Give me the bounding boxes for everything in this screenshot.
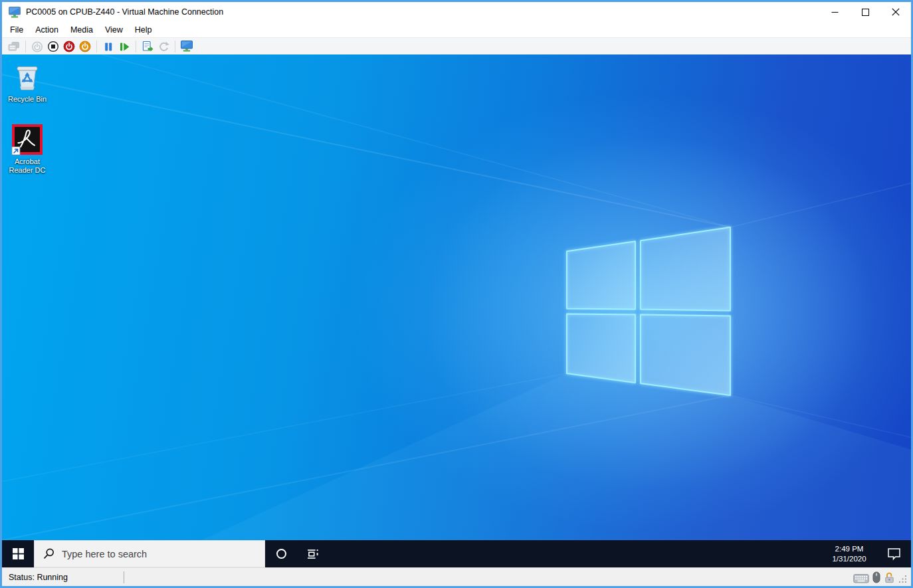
pause-button[interactable] [100, 39, 116, 54]
search-input[interactable] [62, 549, 248, 559]
virtual-machine-icon [8, 5, 21, 19]
start-menu-button[interactable] [2, 540, 34, 567]
minimize-icon [831, 9, 839, 16]
revert-button[interactable] [155, 39, 171, 54]
revert-icon [157, 41, 169, 52]
recycle-bin-icon [11, 61, 43, 93]
taskbar-empty-area [329, 540, 822, 567]
reset-icon [118, 41, 130, 52]
menu-help[interactable]: Help [129, 23, 158, 37]
checkpoint-button[interactable] [140, 39, 155, 54]
toolbar-separator [96, 41, 97, 52]
maximize-icon [862, 9, 869, 16]
desktop-icon-acrobat-reader[interactable]: Acrobat Reader DC [5, 124, 49, 175]
save-state-button[interactable] [77, 39, 93, 54]
ctrl-alt-delete-button[interactable] [6, 39, 22, 54]
desktop-icon-label: Recycle Bin [8, 95, 47, 104]
turn-off-button[interactable] [45, 39, 61, 54]
title-bar[interactable]: PC0005 on CPUB-Z440 - Virtual Machine Co… [2, 2, 911, 22]
search-icon [43, 548, 54, 559]
clock-time: 2:49 PM [835, 544, 864, 554]
desktop: Recycle Bin Acrobat Reader DC [2, 54, 911, 540]
status-bar-separator [124, 571, 124, 583]
taskbar-search[interactable] [34, 540, 265, 567]
pause-icon [102, 41, 114, 52]
shut-down-icon [63, 41, 75, 52]
minimize-button[interactable] [819, 2, 850, 22]
toolbar-separator [136, 41, 136, 52]
window-controls [819, 2, 911, 22]
cortana-icon [276, 549, 286, 559]
shut-down-button[interactable] [61, 39, 77, 54]
maximize-button[interactable] [850, 2, 880, 22]
start-icon [31, 41, 43, 52]
resize-grip[interactable] [898, 575, 907, 583]
menu-bar: File Action Media View Help [2, 22, 911, 37]
reset-button[interactable] [116, 39, 132, 54]
keyboard-indicator-icon [853, 573, 869, 583]
menu-media[interactable]: Media [64, 23, 99, 37]
enhanced-session-icon [180, 40, 193, 52]
window-title: PC0005 on CPUB-Z440 - Virtual Machine Co… [26, 7, 223, 17]
task-view-icon [307, 549, 319, 559]
mouse-indicator-icon [872, 571, 880, 583]
windows-start-icon [13, 548, 24, 559]
toolbar-separator [175, 41, 175, 52]
vm-connection-window: PC0005 on CPUB-Z440 - Virtual Machine Co… [0, 0, 913, 588]
taskbar: 2:49 PM 1/31/2020 [2, 540, 911, 567]
action-center-icon [886, 547, 902, 561]
start-button[interactable] [29, 39, 45, 54]
menu-file[interactable]: File [4, 23, 29, 37]
task-view-button[interactable] [297, 540, 329, 567]
acrobat-reader-icon [11, 124, 43, 155]
vm-toolbar [2, 37, 911, 54]
clock-date: 1/31/2020 [832, 554, 866, 564]
cortana-button[interactable] [265, 540, 297, 567]
close-icon [892, 8, 900, 16]
enhanced-session-button[interactable] [179, 39, 195, 54]
vm-status-text: Status: Running [9, 573, 68, 582]
status-bar-indicators [853, 571, 907, 583]
checkpoint-icon [142, 41, 154, 52]
desktop-icon-label: Acrobat Reader DC [5, 157, 49, 175]
save-icon [79, 41, 91, 52]
menu-view[interactable]: View [99, 23, 129, 37]
shortcut-arrow-icon [12, 147, 20, 155]
close-button[interactable] [880, 2, 911, 22]
lock-indicator-icon [884, 572, 895, 583]
toolbar-separator [25, 41, 26, 52]
taskbar-clock[interactable]: 2:49 PM 1/31/2020 [822, 540, 876, 567]
action-center-button[interactable] [876, 540, 911, 567]
status-bar: Status: Running [2, 567, 911, 586]
ctrl-alt-delete-icon [8, 41, 20, 52]
desktop-icon-recycle-bin[interactable]: Recycle Bin [5, 61, 49, 104]
windows-logo-wallpaper [2, 54, 911, 540]
menu-action[interactable]: Action [29, 23, 64, 37]
turn-off-icon [47, 41, 59, 52]
